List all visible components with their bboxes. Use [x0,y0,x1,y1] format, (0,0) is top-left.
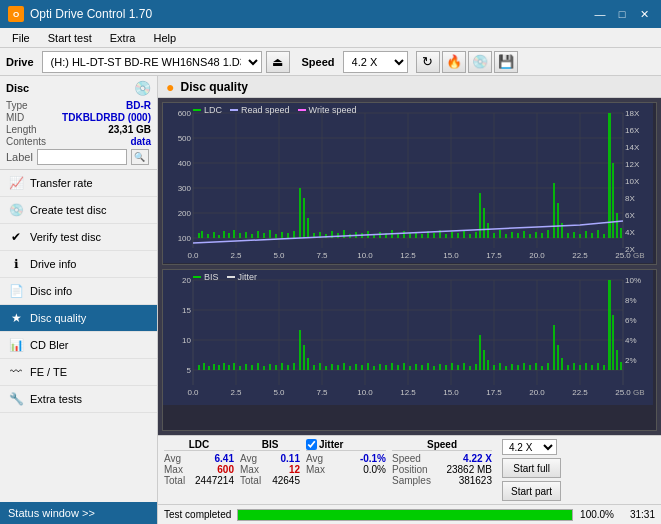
refresh-button[interactable]: ↻ [416,51,440,73]
menu-start-test[interactable]: Start test [40,30,100,46]
svg-rect-174 [409,366,411,370]
svg-rect-62 [451,232,453,238]
svg-rect-31 [269,230,271,238]
svg-text:4%: 4% [625,336,637,345]
chart-header: ● Disc quality [158,76,661,98]
svg-text:10.0: 10.0 [357,251,373,260]
svg-text:7.5: 7.5 [316,251,328,260]
sidebar-item-cd-bler[interactable]: 📊 CD Bler [0,332,157,359]
eject-button[interactable]: ⏏ [266,51,290,73]
svg-rect-74 [517,233,519,238]
svg-text:20.0: 20.0 [529,388,545,397]
sidebar-item-disc-info[interactable]: 📄 Disc info [0,278,157,305]
title-bar: O Opti Drive Control 1.70 — □ ✕ [0,0,661,28]
disc-label-input[interactable] [37,149,127,165]
svg-rect-23 [223,231,225,238]
status-window-button[interactable]: Status window >> [0,502,157,524]
svg-text:300: 300 [178,184,192,193]
minimize-button[interactable]: — [591,5,609,23]
svg-text:20: 20 [182,276,191,285]
avg-jitter-row: Avg -0.1% [306,453,386,464]
legend-jitter: Jitter [227,272,258,282]
svg-text:16X: 16X [625,126,640,135]
close-button[interactable]: ✕ [635,5,653,23]
sidebar-item-drive-info[interactable]: ℹ Drive info [0,251,157,278]
svg-rect-29 [257,231,259,238]
svg-rect-84 [573,232,575,238]
disc-label-row: Label 🔍 [6,149,151,165]
svg-rect-89 [603,234,605,238]
svg-rect-144 [233,363,235,370]
svg-rect-69 [487,223,489,238]
start-full-button[interactable]: Start full [502,458,561,478]
svg-rect-187 [483,350,485,370]
svg-text:0.0: 0.0 [187,251,199,260]
svg-rect-166 [361,365,363,370]
menu-extra[interactable]: Extra [102,30,144,46]
disc-label-button[interactable]: 🔍 [131,149,149,165]
svg-rect-197 [541,366,543,370]
save-button[interactable]: 💾 [494,51,518,73]
svg-rect-73 [511,232,513,238]
svg-rect-165 [355,364,357,370]
sidebar-label-cd-bler: CD Bler [30,339,69,351]
sidebar-item-verify-test-disc[interactable]: ✔ Verify test disc [0,224,157,251]
svg-rect-141 [218,365,220,370]
svg-rect-148 [257,363,259,370]
avg-label-jitter: Avg [306,453,323,464]
sidebar-item-transfer-rate[interactable]: 📈 Transfer rate [0,170,157,197]
sidebar-item-fe-te[interactable]: 〰 FE / TE [0,359,157,386]
jitter-checkbox[interactable] [306,439,317,450]
svg-rect-176 [421,365,423,370]
sidebar-item-disc-quality[interactable]: ★ Disc quality [0,305,157,332]
write-speed-legend-dot [298,109,306,111]
svg-text:15: 15 [182,306,191,315]
svg-rect-183 [463,363,465,370]
svg-text:10: 10 [182,336,191,345]
sidebar-item-create-test-disc[interactable]: 💿 Create test disc [0,197,157,224]
sidebar-nav: 📈 Transfer rate 💿 Create test disc ✔ Ver… [0,170,157,502]
svg-rect-212 [620,362,622,370]
burn-button[interactable]: 🔥 [442,51,466,73]
svg-rect-143 [228,365,230,370]
svg-rect-79 [547,230,549,238]
svg-rect-157 [307,358,309,370]
svg-rect-146 [245,364,247,370]
menu-file[interactable]: File [4,30,38,46]
svg-rect-163 [343,363,345,370]
svg-rect-185 [475,364,477,370]
sidebar-item-extra-tests[interactable]: 🔧 Extra tests [0,386,157,413]
legend-bis: BIS [193,272,219,282]
avg-bis-value: 0.11 [281,453,300,464]
svg-rect-32 [275,234,277,238]
disc-button[interactable]: 💿 [468,51,492,73]
svg-text:15.0: 15.0 [443,251,459,260]
speed-select-stats[interactable]: 4.2 X [502,439,557,455]
svg-rect-159 [319,363,321,370]
svg-rect-139 [208,366,210,370]
sidebar-label-disc-quality: Disc quality [30,312,86,324]
menu-help[interactable]: Help [145,30,184,46]
svg-text:2.5: 2.5 [230,251,242,260]
svg-rect-181 [451,363,453,370]
svg-rect-160 [325,366,327,370]
sidebar-label-fe-te: FE / TE [30,366,67,378]
sidebar-label-transfer-rate: Transfer rate [30,177,93,189]
start-part-button[interactable]: Start part [502,481,561,501]
svg-text:200: 200 [178,209,192,218]
svg-text:2%: 2% [625,356,637,365]
maximize-button[interactable]: □ [613,5,631,23]
disc-info-icon: 📄 [8,283,24,299]
svg-rect-184 [469,366,471,370]
start-buttons-column: 4.2 X Start full Start part [502,439,561,501]
svg-rect-88 [597,230,599,238]
drive-select[interactable]: (H:) HL-DT-ST BD-RE WH16NS48 1.D3 [42,51,262,73]
svg-text:15.0: 15.0 [443,388,459,397]
drive-bar: Drive (H:) HL-DT-ST BD-RE WH16NS48 1.D3 … [0,48,661,76]
progress-percent: 100.0% [579,509,614,520]
svg-rect-171 [391,363,393,370]
speed-select-drive[interactable]: 4.2 X [343,51,408,73]
position-label: Position [392,464,428,475]
svg-text:18X: 18X [625,109,640,118]
svg-rect-65 [469,234,471,238]
